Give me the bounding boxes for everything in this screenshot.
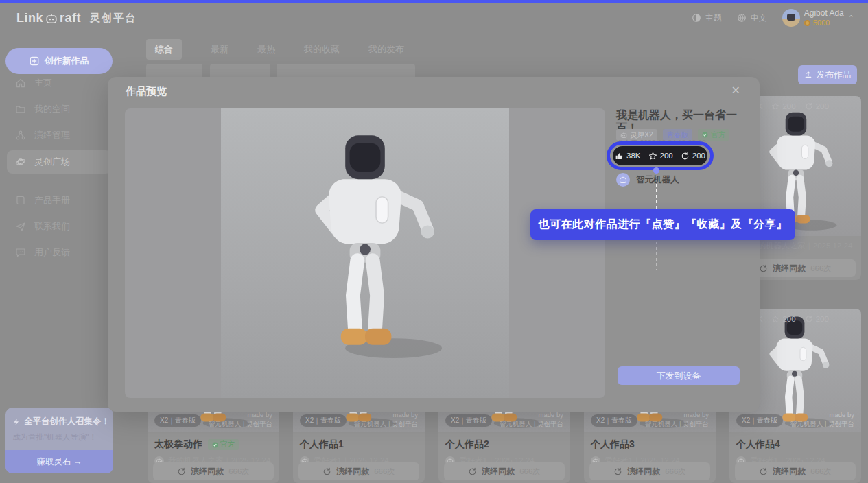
tab-favorites[interactable]: 我的收藏 xyxy=(304,43,340,56)
card-title: 个人作品4 xyxy=(736,438,780,451)
create-icon xyxy=(30,56,39,66)
official-badge: 官方 xyxy=(208,439,239,450)
header-actions: 主题 中文 Agibot Ada 5000 ⌃ xyxy=(692,8,854,28)
bolt-icon xyxy=(12,418,21,426)
replay-icon xyxy=(759,467,768,476)
favorite-stat[interactable]: 200 xyxy=(771,315,795,323)
replay-icon xyxy=(177,467,186,476)
coin-icon xyxy=(804,20,810,26)
user-name: Agibot Ada xyxy=(804,8,844,19)
guide-anchor-dot xyxy=(653,167,659,174)
work-stats-pill[interactable]: 38K 200 200 xyxy=(613,146,707,165)
card-title: 太极拳动作 xyxy=(154,438,202,451)
tab-overall[interactable]: 综合 xyxy=(146,39,182,60)
theme-toggle[interactable]: 主题 xyxy=(692,12,722,24)
card-title: 个人作品1 xyxy=(300,438,344,451)
replay-same-button[interactable]: 演绎同款 666次 xyxy=(589,462,710,480)
replay-same-button[interactable]: 演绎同款 666次 xyxy=(444,462,565,480)
thumbs-up-icon xyxy=(615,152,624,161)
made-by-watermark: made by智元机器人 | 灵创平台 xyxy=(209,411,272,429)
banner-title-row: 全平台创作人召集令！ xyxy=(12,416,113,427)
language-switch[interactable]: 中文 xyxy=(737,12,767,24)
author-avatar xyxy=(616,173,630,187)
tab-published[interactable]: 我的发布 xyxy=(368,43,404,56)
replay-icon xyxy=(468,467,477,476)
sidebar-item-plaza[interactable]: 灵创广场 xyxy=(7,150,111,174)
create-work-button[interactable]: 创作新作品 xyxy=(5,48,113,74)
sidebar-item-manual[interactable]: 产品手册 xyxy=(7,189,111,212)
card-title: 个人作品2 xyxy=(445,438,489,451)
app-logo: Link raft 灵创平台 xyxy=(16,11,137,25)
logo-text-left: Link xyxy=(16,11,43,25)
like-button[interactable]: 38K xyxy=(615,152,640,161)
made-by-watermark: made by智元机器人 | 灵创平台 xyxy=(500,411,563,429)
model-tag: X2｜青春版 xyxy=(300,414,347,427)
share-icon xyxy=(681,152,690,161)
folder-icon xyxy=(15,104,26,115)
author-name: 智元机器人 xyxy=(636,174,679,186)
check-circle-icon xyxy=(212,442,218,448)
user-avatar xyxy=(782,9,800,27)
video-frame xyxy=(221,108,509,398)
home-icon xyxy=(15,78,26,89)
sidebar-item-contact[interactable]: 联系我们 xyxy=(7,215,111,238)
model-tag: X2｜青春版 xyxy=(591,414,637,427)
video-player[interactable]: 01:23 03:23 xyxy=(125,108,605,398)
send-to-device-button[interactable]: 下发到设备 xyxy=(618,366,740,385)
share-icon xyxy=(805,315,813,323)
sidebar-item-performance[interactable]: 演绎管理 xyxy=(7,123,111,147)
model-tag: X2｜青春版 xyxy=(736,414,783,427)
sidebar-item-home[interactable]: 主页 xyxy=(7,71,111,95)
logo-cn: 灵创平台 xyxy=(90,12,137,25)
replay-icon xyxy=(613,467,622,476)
nodes-icon xyxy=(15,130,26,141)
replay-icon xyxy=(759,264,768,273)
theme-label: 主题 xyxy=(705,12,722,24)
guide-dashed-line xyxy=(656,184,657,209)
replay-same-button[interactable]: 演绎同款 666次 xyxy=(298,462,419,480)
sidebar-item-feedback[interactable]: 用户反馈 xyxy=(7,241,111,264)
planet-icon xyxy=(15,156,26,167)
close-icon[interactable]: ✕ xyxy=(731,84,740,97)
guide-dashed-line-lower xyxy=(656,242,657,270)
model-tag: X2｜青春版 xyxy=(154,414,201,427)
replay-same-button[interactable]: 演绎同款 666次 xyxy=(735,462,856,480)
chevron-up-icon: ⌃ xyxy=(848,14,854,23)
top-accent-strip xyxy=(0,0,868,3)
coin-balance: 5000 xyxy=(804,19,844,28)
tab-newest[interactable]: 最新 xyxy=(211,43,228,56)
made-by-watermark: made by智元机器人 | 灵创平台 xyxy=(645,411,709,429)
tab-hottest[interactable]: 最热 xyxy=(257,43,275,56)
share-stat[interactable]: 200 xyxy=(805,315,829,323)
logo-robot-icon xyxy=(45,12,58,25)
work-author[interactable]: 智元机器人 xyxy=(616,173,679,187)
share-button[interactable]: 200 xyxy=(681,152,705,161)
robot-video-image xyxy=(288,133,442,364)
replay-same-button[interactable]: 演绎同款 666次 xyxy=(153,462,274,480)
made-by-watermark: made by智元机器人 | 灵创平台 xyxy=(354,411,418,429)
model-tag: X2｜青春版 xyxy=(445,414,492,427)
favorite-stat[interactable]: 200 xyxy=(771,102,795,110)
feed-tabs: 综合 最新 最热 我的收藏 我的发布 xyxy=(146,39,404,60)
upload-icon xyxy=(804,71,812,79)
share-stat[interactable]: 200 xyxy=(805,102,829,110)
creator-recruit-banner: 全平台创作人召集令！ 成为首批"机器人导演"！ 赚取灵石 → xyxy=(5,408,113,473)
publish-work-button[interactable]: 发布作品 xyxy=(798,65,857,84)
robot-face-icon xyxy=(620,132,627,139)
card-title: 个人作品3 xyxy=(591,438,635,451)
star-icon xyxy=(771,102,779,110)
banner-subtitle: 成为首批"机器人导演"！ xyxy=(12,432,113,443)
favorite-button[interactable]: 200 xyxy=(648,152,673,161)
made-by-watermark: made by智元机器人 | 灵创平台 xyxy=(790,411,854,429)
work-preview-modal: 作品预览 ✕ 01:23 03:23 我是机器人，买一台省一百！ 灵犀X2 青春… xyxy=(108,77,760,412)
user-menu[interactable]: Agibot Ada 5000 ⌃ xyxy=(782,8,854,28)
comment-icon xyxy=(15,247,26,258)
earn-gems-button[interactable]: 赚取灵石 → xyxy=(5,450,113,473)
theme-icon xyxy=(692,13,701,23)
guide-tooltip: 也可在此对作品进行『点赞』『收藏』及『分享』 xyxy=(530,209,795,240)
check-circle-icon xyxy=(702,132,708,138)
app-root: Link raft 灵创平台 主题 中文 Agibot Ada xyxy=(0,0,868,483)
logo-text-right: raft xyxy=(60,11,81,25)
sidebar-item-myspace[interactable]: 我的空间 xyxy=(7,97,111,121)
star-icon xyxy=(648,152,657,161)
